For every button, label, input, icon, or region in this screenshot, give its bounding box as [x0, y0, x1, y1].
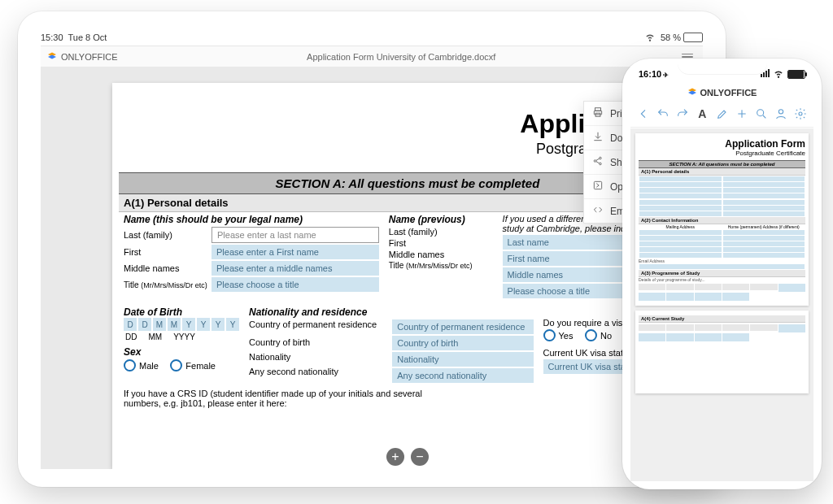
- country-perm-input[interactable]: Country of permanent residence: [392, 319, 533, 334]
- first-label: First: [124, 247, 212, 257]
- any-second-input[interactable]: Any second nationality: [392, 368, 533, 383]
- p-a1-heading: A(1) Personal details: [639, 168, 805, 176]
- country-perm-label: Country of permanent residence: [249, 319, 382, 329]
- title-label: Title (Mr/Mrs/Miss/Dr etc): [124, 280, 212, 289]
- country-birth-label: Country of birth: [249, 337, 382, 347]
- country-birth-input[interactable]: Country of birth: [392, 336, 533, 350]
- visa-no-radio[interactable]: No: [585, 329, 612, 341]
- wifi-icon: [773, 67, 784, 80]
- middle-label: Middle names: [124, 263, 212, 273]
- p-section-bar: SECTION A: All questions must be complet…: [639, 160, 805, 168]
- ipad-device: 15:30 Tue 8 Oct 58 %: [18, 11, 726, 487]
- battery-indicator: 58 %: [661, 33, 703, 42]
- visa-yes-radio[interactable]: Yes: [543, 329, 574, 341]
- app-brand: ONLYOFFICE: [41, 51, 124, 63]
- ipad-date: Tue 8 Oct: [68, 33, 107, 42]
- brand-label: ONLYOFFICE: [61, 52, 117, 62]
- crs-hint: If you have a CRS ID (student identifier…: [119, 386, 454, 411]
- print-icon: [592, 106, 604, 120]
- download-icon: [592, 131, 604, 145]
- document-title: Application Form University of Cambridge…: [124, 52, 678, 62]
- iphone-page-2: A(4) Current Study: [635, 311, 809, 393]
- zoom-in-button[interactable]: +: [386, 448, 404, 466]
- settings-button[interactable]: [792, 106, 809, 122]
- prev-middle-label: Middle names: [389, 250, 477, 259]
- svg-point-7: [600, 163, 602, 165]
- p-programme-hint: Details of your programme of study...: [639, 277, 805, 282]
- redo-button[interactable]: [674, 106, 691, 122]
- dob-input[interactable]: DD MM YY YY: [124, 318, 239, 331]
- sex-label: Sex: [124, 346, 239, 358]
- font-button[interactable]: A: [694, 106, 710, 122]
- svg-point-11: [757, 110, 763, 116]
- last-label: Last (family): [124, 230, 212, 240]
- nationality-label: Nationality: [249, 352, 382, 362]
- ipad-time: 15:30: [41, 33, 63, 42]
- svg-point-13: [799, 112, 802, 115]
- undo-button[interactable]: [655, 106, 671, 122]
- iphone-brand: ONLYOFFICE: [630, 83, 813, 102]
- first-name-input[interactable]: Please enter a First name: [212, 245, 379, 259]
- open-file-icon: [592, 180, 604, 193]
- p-heading: Application Form: [639, 138, 805, 150]
- last-name-input[interactable]: Please enter a last name: [212, 227, 379, 243]
- iphone-battery: [787, 70, 805, 79]
- name-legal-label: Name (this should be your legal name): [124, 214, 379, 225]
- sex-female-radio[interactable]: Female: [170, 359, 216, 371]
- embed-icon: [592, 204, 604, 218]
- onlyoffice-logo-icon: [687, 87, 697, 98]
- p-a4-heading: A(4) Current Study: [639, 315, 805, 323]
- name-prev-label: Name (previous): [389, 214, 493, 225]
- p-programme-table: [639, 284, 805, 301]
- iphone-time: 16:10 ✈: [639, 69, 669, 79]
- iphone-canvas[interactable]: Application Form Postgraduate Certificat…: [630, 128, 813, 481]
- share-icon: [592, 155, 604, 169]
- svg-point-12: [778, 110, 783, 114]
- search-button[interactable]: [753, 106, 770, 122]
- svg-marker-10: [688, 91, 696, 95]
- ipad-statusbar: 15:30 Tue 8 Oct 58 %: [41, 29, 703, 46]
- svg-point-6: [600, 157, 602, 159]
- sex-male-radio[interactable]: Male: [124, 359, 159, 371]
- svg-point-5: [594, 160, 596, 163]
- any-second-label: Any second nationality: [249, 367, 382, 376]
- p-email-label: Email Address: [639, 259, 805, 263]
- svg-marker-1: [48, 55, 56, 59]
- battery-percent-text: 58 %: [661, 33, 681, 42]
- p-programme-heading: A(3) Programme of Study: [639, 270, 805, 277]
- nationality-input[interactable]: Nationality: [392, 352, 533, 367]
- iphone-statusbar: 16:10 ✈: [630, 65, 813, 83]
- svg-rect-8: [594, 181, 601, 189]
- nationality-heading: Nationality and residence: [249, 306, 382, 318]
- onlyoffice-logo-icon: [47, 51, 57, 63]
- p-subheading: Postgraduate Certificate: [639, 150, 805, 157]
- p-contact-heading: A(2) Contact Information: [639, 217, 805, 224]
- edit-button[interactable]: [714, 106, 731, 122]
- iphone-page-1: Application Form Postgraduate Certificat…: [635, 133, 809, 306]
- zoom-out-button[interactable]: −: [411, 448, 429, 466]
- prev-title-label: Title (Mr/Mrs/Miss/Dr etc): [389, 261, 477, 270]
- user-button[interactable]: [773, 106, 789, 122]
- wifi-icon: [644, 31, 656, 44]
- add-button[interactable]: [734, 106, 750, 122]
- p-current-study-table: [639, 324, 805, 341]
- app-titlebar: ONLYOFFICE Application Form University o…: [41, 46, 703, 68]
- svg-rect-2: [595, 108, 601, 111]
- prev-last-label: Last (family): [389, 227, 477, 237]
- iphone-toolbar: A: [630, 102, 813, 128]
- signal-icon: [760, 69, 770, 79]
- dob-label: Date of Birth: [124, 306, 239, 318]
- middle-name-input[interactable]: Please enter a middle names: [212, 261, 379, 276]
- prev-first-label: First: [389, 238, 477, 248]
- iphone-device: 16:10 ✈ ONLYOFFICE A: [622, 59, 822, 489]
- back-button[interactable]: [635, 106, 652, 122]
- dob-sublabels: DDMMYYYY: [124, 332, 239, 341]
- title-select[interactable]: Please choose a title: [212, 277, 379, 292]
